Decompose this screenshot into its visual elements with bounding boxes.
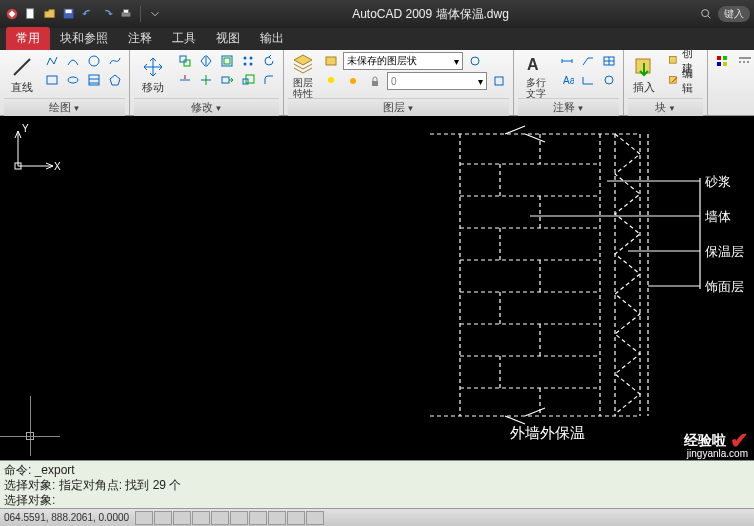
svg-point-6 [702,10,709,17]
svg-point-20 [250,57,253,60]
svg-rect-34 [372,81,378,86]
svg-line-8 [14,59,30,75]
svg-rect-3 [66,10,72,14]
tab-output[interactable]: 输出 [250,27,294,50]
drawing-svg [0,116,754,460]
tab-view[interactable]: 视图 [206,27,250,50]
rotate-icon[interactable] [259,52,279,70]
print-icon[interactable] [118,6,134,22]
polygon-icon[interactable] [105,71,125,89]
panel-block-label[interactable]: 块▼ [628,98,703,116]
open-icon[interactable] [42,6,58,22]
offset-icon[interactable] [217,52,237,70]
svg-line-7 [708,16,711,19]
rect-icon[interactable] [42,71,62,89]
polar-toggle[interactable] [192,511,210,525]
edit-block-button[interactable]: 编辑 [664,72,703,90]
prop-tools [712,52,754,70]
layer-state-icon[interactable] [321,52,341,70]
svg-point-33 [350,78,356,84]
color-icon[interactable] [712,52,732,70]
stretch-icon[interactable] [217,71,237,89]
insert-button[interactable]: 插入 [628,52,661,98]
watermark: 经验啦✔ jingyanla.com [684,428,748,454]
tab-annotate[interactable]: 注释 [118,27,162,50]
status-toggles [135,511,324,525]
create-icon [667,54,679,68]
dim-icon[interactable] [557,52,577,70]
spline-icon[interactable] [105,52,125,70]
ltype-icon[interactable] [735,52,754,70]
app-menu-icon[interactable] [4,6,20,22]
status-bar: 064.5591, 888.2061, 0.0000 [0,508,754,526]
save-icon[interactable] [61,6,77,22]
layer-combo[interactable]: 0▾ [387,72,487,90]
tab-tools[interactable]: 工具 [162,27,206,50]
svg-text:Aa: Aa [563,75,574,86]
new-icon[interactable] [23,6,39,22]
layer-lock-icon[interactable] [365,72,385,90]
grid-toggle[interactable] [154,511,172,525]
leader2-icon[interactable] [599,71,619,89]
svg-point-11 [68,77,78,83]
svg-rect-16 [184,60,190,66]
circle-icon[interactable] [84,52,104,70]
extend-icon[interactable] [196,71,216,89]
layer-tool2-icon[interactable] [489,72,509,90]
command-line[interactable]: 命令: _export 选择对象: 指定对角点: 找到 29 个 选择对象: [0,460,754,508]
ortho-toggle[interactable] [173,511,191,525]
move-button[interactable]: 移动 [134,52,172,98]
move-label: 移动 [142,80,164,95]
cmd-line-2: 选择对象: 指定对角点: 找到 29 个 [4,478,750,493]
field-icon[interactable]: Aa [557,71,577,89]
svg-text:A: A [527,56,539,73]
layer-tool-icon[interactable] [465,52,485,70]
otrack-toggle[interactable] [230,511,248,525]
insert-label: 插入 [633,80,655,95]
coords: 064.5591, 888.2061, 0.0000 [4,512,129,523]
arc-icon[interactable] [63,52,83,70]
panel-layers-label[interactable]: 图层▼ [288,98,509,116]
svg-rect-18 [224,58,230,64]
label-mortar: 砂浆 [705,173,731,191]
lwt-toggle[interactable] [287,511,305,525]
snap-toggle[interactable] [135,511,153,525]
layer-sun-icon[interactable] [343,72,363,90]
cmd-line-3: 选择对象: [4,493,750,508]
panel-annotation-label[interactable]: 注释▼ [518,98,619,116]
panel-modify-label[interactable]: 修改▼ [134,98,279,116]
pline-icon[interactable] [42,52,62,70]
mtext-button[interactable]: A 多行 文字 [518,52,554,98]
tab-block-ref[interactable]: 块和参照 [50,27,118,50]
label-insulation: 保温层 [705,243,744,261]
ducs-toggle[interactable] [249,511,267,525]
fillet-icon[interactable] [259,71,279,89]
qat-dropdown-icon[interactable] [147,6,163,22]
ribbon: 直线 绘图▼ 移动 [0,50,754,116]
search-hint[interactable]: 键入 [718,6,750,22]
copy-icon[interactable] [175,52,195,70]
dim2-icon[interactable] [578,71,598,89]
undo-icon[interactable] [80,6,96,22]
mirror-icon[interactable] [196,52,216,70]
array-icon[interactable] [238,52,258,70]
leader-icon[interactable] [578,52,598,70]
layer-state-combo[interactable]: 未保存的图层状▾ [343,52,463,70]
osnap-toggle[interactable] [211,511,229,525]
search-icon[interactable] [698,6,714,22]
scale-icon[interactable] [238,71,258,89]
layer-bulb-icon[interactable] [321,72,341,90]
qp-toggle[interactable] [306,511,324,525]
panel-draw-label[interactable]: 绘图▼ [4,98,125,116]
ellipse-icon[interactable] [63,71,83,89]
drawing-title: 外墙外保温 [510,424,585,443]
table-icon[interactable] [599,52,619,70]
drawing-canvas[interactable]: 砂浆 墙体 保温层 饰面层 外墙外保温 Y X 经验啦✔ jingyanla.c… [0,116,754,460]
line-button[interactable]: 直线 [4,52,39,98]
dyn-toggle[interactable] [268,511,286,525]
redo-icon[interactable] [99,6,115,22]
tab-home[interactable]: 常用 [6,27,50,50]
trim-icon[interactable] [175,71,195,89]
hatch-icon[interactable] [84,71,104,89]
layer-props-button[interactable]: 图层 特性 [288,52,318,98]
